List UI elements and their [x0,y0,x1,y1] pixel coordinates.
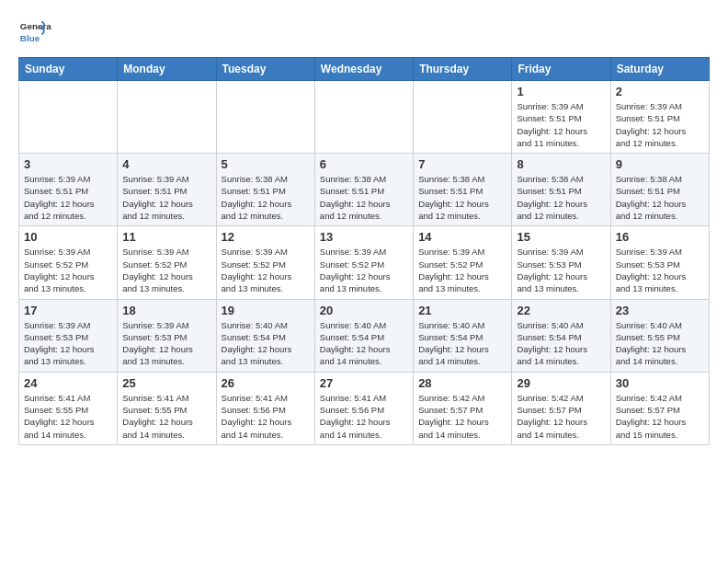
day-number: 11 [122,230,210,244]
day-info: Sunrise: 5:38 AMSunset: 5:51 PMDaylight:… [418,173,506,222]
day-number: 29 [517,376,605,390]
day-info: Sunrise: 5:39 AMSunset: 5:53 PMDaylight:… [24,319,112,368]
calendar-cell: 20Sunrise: 5:40 AMSunset: 5:54 PMDayligh… [314,299,413,372]
day-number: 2 [616,85,704,98]
day-number: 16 [616,230,704,244]
day-number: 27 [320,376,408,390]
day-info: Sunrise: 5:42 AMSunset: 5:57 PMDaylight:… [418,392,506,441]
day-info: Sunrise: 5:39 AMSunset: 5:53 PMDaylight:… [122,319,210,368]
calendar-cell: 3Sunrise: 5:39 AMSunset: 5:51 PMDaylight… [19,154,118,226]
calendar-cell [118,81,216,154]
calendar-cell: 9Sunrise: 5:38 AMSunset: 5:51 PMDaylight… [610,154,709,226]
day-info: Sunrise: 5:42 AMSunset: 5:57 PMDaylight:… [616,392,704,441]
calendar-cell: 14Sunrise: 5:39 AMSunset: 5:52 PMDayligh… [414,226,512,299]
day-info: Sunrise: 5:39 AMSunset: 5:51 PMDaylight:… [24,173,112,222]
calendar-cell: 28Sunrise: 5:42 AMSunset: 5:57 PMDayligh… [414,372,512,444]
calendar-cell: 22Sunrise: 5:40 AMSunset: 5:54 PMDayligh… [512,299,610,372]
calendar-cell: 6Sunrise: 5:38 AMSunset: 5:51 PMDaylight… [314,154,413,226]
calendar-cell: 30Sunrise: 5:42 AMSunset: 5:57 PMDayligh… [610,372,709,444]
calendar-week-5: 24Sunrise: 5:41 AMSunset: 5:55 PMDayligh… [19,372,710,444]
weekday-header-row: SundayMondayTuesdayWednesdayThursdayFrid… [19,58,710,81]
day-info: Sunrise: 5:41 AMSunset: 5:56 PMDaylight:… [320,392,408,441]
logo: General Blue [18,15,51,48]
calendar-cell: 26Sunrise: 5:41 AMSunset: 5:56 PMDayligh… [216,372,314,444]
day-number: 22 [517,304,605,317]
day-info: Sunrise: 5:41 AMSunset: 5:55 PMDaylight:… [24,392,112,441]
calendar-cell: 2Sunrise: 5:39 AMSunset: 5:51 PMDaylight… [610,81,709,154]
calendar-cell: 13Sunrise: 5:39 AMSunset: 5:52 PMDayligh… [314,226,413,299]
calendar-week-1: 1Sunrise: 5:39 AMSunset: 5:51 PMDaylight… [19,81,710,154]
day-info: Sunrise: 5:39 AMSunset: 5:52 PMDaylight:… [222,246,310,294]
day-number: 21 [418,304,506,317]
calendar-cell: 16Sunrise: 5:39 AMSunset: 5:53 PMDayligh… [610,226,709,299]
calendar-cell: 15Sunrise: 5:39 AMSunset: 5:53 PMDayligh… [512,226,610,299]
calendar-cell: 25Sunrise: 5:41 AMSunset: 5:55 PMDayligh… [118,372,216,444]
day-number: 12 [222,230,310,244]
day-number: 17 [24,304,112,317]
weekday-header-thursday: Thursday [414,58,512,81]
day-number: 23 [616,304,704,317]
day-number: 25 [122,376,210,390]
calendar-week-4: 17Sunrise: 5:39 AMSunset: 5:53 PMDayligh… [19,299,710,372]
weekday-header-tuesday: Tuesday [216,58,314,81]
calendar-cell [314,81,413,154]
day-info: Sunrise: 5:39 AMSunset: 5:53 PMDaylight:… [517,246,605,294]
day-number: 19 [222,304,310,317]
day-number: 14 [418,230,506,244]
day-number: 15 [517,230,605,244]
calendar-cell: 24Sunrise: 5:41 AMSunset: 5:55 PMDayligh… [19,372,118,444]
day-info: Sunrise: 5:38 AMSunset: 5:51 PMDaylight:… [616,173,704,222]
calendar-cell: 18Sunrise: 5:39 AMSunset: 5:53 PMDayligh… [118,299,216,372]
day-info: Sunrise: 5:41 AMSunset: 5:56 PMDaylight:… [222,392,310,441]
weekday-header-friday: Friday [512,58,610,81]
calendar-cell: 29Sunrise: 5:42 AMSunset: 5:57 PMDayligh… [512,372,610,444]
day-number: 8 [517,157,605,171]
calendar-cell: 17Sunrise: 5:39 AMSunset: 5:53 PMDayligh… [19,299,118,372]
day-number: 4 [122,157,210,171]
svg-text:Blue: Blue [20,33,40,43]
calendar-cell: 5Sunrise: 5:38 AMSunset: 5:51 PMDaylight… [216,154,314,226]
day-info: Sunrise: 5:42 AMSunset: 5:57 PMDaylight:… [517,392,605,441]
calendar-week-3: 10Sunrise: 5:39 AMSunset: 5:52 PMDayligh… [19,226,710,299]
day-info: Sunrise: 5:39 AMSunset: 5:52 PMDaylight:… [24,246,112,294]
day-info: Sunrise: 5:39 AMSunset: 5:52 PMDaylight:… [122,246,210,294]
day-number: 3 [24,157,112,171]
day-info: Sunrise: 5:39 AMSunset: 5:51 PMDaylight:… [517,100,605,149]
day-info: Sunrise: 5:40 AMSunset: 5:54 PMDaylight:… [517,319,605,368]
calendar-cell: 23Sunrise: 5:40 AMSunset: 5:55 PMDayligh… [610,299,709,372]
day-number: 24 [24,376,112,390]
day-number: 30 [616,376,704,390]
calendar-cell [414,81,512,154]
weekday-header-monday: Monday [118,58,216,81]
calendar-week-2: 3Sunrise: 5:39 AMSunset: 5:51 PMDaylight… [19,154,710,226]
header: General Blue [18,15,710,48]
calendar-cell: 11Sunrise: 5:39 AMSunset: 5:52 PMDayligh… [118,226,216,299]
calendar-cell: 8Sunrise: 5:38 AMSunset: 5:51 PMDaylight… [512,154,610,226]
calendar-cell: 27Sunrise: 5:41 AMSunset: 5:56 PMDayligh… [314,372,413,444]
weekday-header-sunday: Sunday [19,58,118,81]
calendar-cell [216,81,314,154]
logo-icon: General Blue [18,15,51,48]
day-number: 6 [320,157,408,171]
day-number: 9 [616,157,704,171]
day-info: Sunrise: 5:38 AMSunset: 5:51 PMDaylight:… [517,173,605,222]
day-info: Sunrise: 5:40 AMSunset: 5:54 PMDaylight:… [418,319,506,368]
day-info: Sunrise: 5:41 AMSunset: 5:55 PMDaylight:… [122,392,210,441]
weekday-header-wednesday: Wednesday [314,58,413,81]
weekday-header-saturday: Saturday [610,58,709,81]
day-info: Sunrise: 5:39 AMSunset: 5:53 PMDaylight:… [616,246,704,294]
day-number: 5 [222,157,310,171]
day-info: Sunrise: 5:39 AMSunset: 5:51 PMDaylight:… [616,100,704,149]
day-number: 13 [320,230,408,244]
calendar-cell: 19Sunrise: 5:40 AMSunset: 5:54 PMDayligh… [216,299,314,372]
day-info: Sunrise: 5:40 AMSunset: 5:54 PMDaylight:… [320,319,408,368]
calendar-cell [19,81,118,154]
day-number: 26 [222,376,310,390]
calendar-table: SundayMondayTuesdayWednesdayThursdayFrid… [18,57,710,445]
day-number: 7 [418,157,506,171]
day-info: Sunrise: 5:38 AMSunset: 5:51 PMDaylight:… [320,173,408,222]
calendar-cell: 7Sunrise: 5:38 AMSunset: 5:51 PMDaylight… [414,154,512,226]
calendar-cell: 1Sunrise: 5:39 AMSunset: 5:51 PMDaylight… [512,81,610,154]
day-info: Sunrise: 5:39 AMSunset: 5:52 PMDaylight:… [320,246,408,294]
svg-text:General: General [20,21,51,31]
